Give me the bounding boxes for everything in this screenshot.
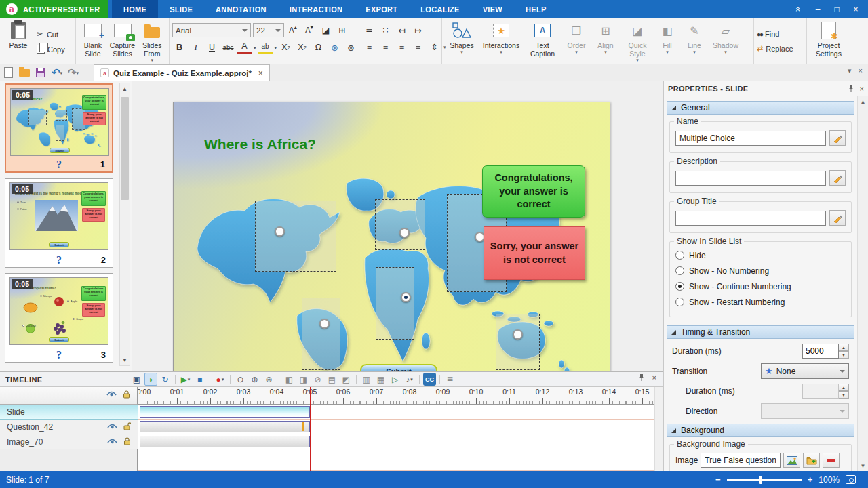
increase-indent-icon[interactable]: ↦: [411, 23, 425, 37]
play-icon[interactable]: ▶▾: [179, 373, 192, 386]
track-question-42[interactable]: Question_42: [0, 420, 138, 434]
align-right-icon[interactable]: ≡: [395, 40, 409, 54]
align-left-icon[interactable]: ≡: [362, 40, 376, 54]
group-title-input[interactable]: [675, 211, 826, 226]
decrease-indent-icon[interactable]: ↤: [395, 23, 409, 37]
pin-icon[interactable]: [638, 373, 645, 382]
zoom-out-icon[interactable]: ⊖: [234, 373, 247, 386]
subscript-button[interactable]: X2: [279, 41, 293, 54]
split-icon[interactable]: ◨: [297, 373, 310, 386]
zoom-in-button[interactable]: +: [808, 474, 813, 485]
section-timing-transition[interactable]: Timing & Transition: [667, 325, 854, 339]
radio-icon[interactable]: [675, 298, 684, 306]
pin-icon[interactable]: [848, 85, 854, 93]
highlight-button[interactable]: ab: [258, 41, 273, 54]
slide-thumbnail-3[interactable]: 0:05 Which are tropical fruits? Mango Ap…: [5, 273, 113, 363]
scroll-up-icon[interactable]: ▲: [120, 84, 130, 94]
insert-time-icon[interactable]: ◧: [283, 373, 296, 386]
menu-item-slide[interactable]: SLIDE: [158, 0, 204, 18]
slide-timebar[interactable]: [140, 406, 310, 418]
visibility-eye-icon[interactable]: [107, 438, 117, 445]
question-timebar[interactable]: [140, 421, 310, 432]
spin-up-icon[interactable]: ▲: [839, 344, 849, 351]
scroll-up-icon[interactable]: ▲: [859, 97, 867, 106]
radio-option[interactable]: Hide: [675, 247, 846, 263]
open-icon[interactable]: [16, 65, 33, 80]
project-settings-button[interactable]: ✱ Project Settings: [810, 20, 848, 62]
transition-select[interactable]: ★ None: [761, 363, 849, 379]
replace-button[interactable]: ⇄ Replace: [757, 44, 793, 53]
spin-down-icon[interactable]: ▼: [839, 351, 849, 359]
cut-button[interactable]: ✂ Cut: [37, 29, 65, 39]
properties-scrollbar[interactable]: ▲ ▼: [857, 96, 868, 471]
capture-slides-button[interactable]: Capture Slides: [108, 20, 137, 62]
superscript-button[interactable]: X2: [295, 41, 309, 54]
italic-button[interactable]: I: [189, 41, 203, 54]
fill-button[interactable]: ◧ Fill ▾: [655, 20, 679, 62]
hyperlink-icon[interactable]: ⊛: [328, 41, 342, 54]
line-spacing-icon[interactable]: ⇕: [427, 40, 441, 54]
font-color-button[interactable]: A: [237, 41, 252, 54]
bold-button[interactable]: B: [172, 41, 186, 54]
radio-north-america[interactable]: [275, 226, 285, 237]
panel-close-icon[interactable]: ×: [652, 373, 656, 382]
shrink-font-button[interactable]: A▼: [302, 24, 317, 37]
interactions-button[interactable]: ★ Interactions ▾: [480, 20, 522, 62]
slide-thumbnail-1[interactable]: 0:05 Where is Africa? Congratulations, y…: [5, 83, 113, 173]
snap-mode-icon[interactable]: ◗: [144, 373, 157, 386]
panel-close-icon[interactable]: ×: [860, 85, 864, 93]
eraser-icon[interactable]: ◪: [319, 24, 333, 37]
bullet-list-icon[interactable]: ∷: [378, 23, 393, 37]
remove-frames-icon[interactable]: ▦: [374, 373, 387, 386]
table-format-icon[interactable]: ⊞: [335, 24, 349, 37]
tab-close-icon[interactable]: ×: [258, 68, 263, 78]
scroll-down-icon[interactable]: ▼: [859, 461, 867, 470]
hotspot-europe[interactable]: [375, 199, 425, 250]
strikethrough-button[interactable]: abc: [221, 41, 235, 54]
chevron-down-icon[interactable]: ▾: [254, 46, 256, 49]
edit-name-button[interactable]: [829, 130, 846, 146]
description-input[interactable]: [675, 171, 826, 186]
radio-icon[interactable]: [675, 282, 684, 291]
line-button[interactable]: ✎ Line ▾: [681, 20, 708, 62]
menu-item-export[interactable]: EXPORT: [354, 0, 409, 18]
new-document-icon[interactable]: [0, 65, 16, 80]
section-background[interactable]: Background: [667, 424, 854, 437]
lock-icon[interactable]: [123, 437, 131, 446]
collapse-ribbon-icon[interactable]: «: [791, 2, 807, 17]
image-timebar[interactable]: [140, 436, 310, 447]
radio-europe[interactable]: [399, 228, 410, 238]
visibility-eye-icon[interactable]: [107, 423, 117, 430]
zoom-slider-thumb[interactable]: [760, 476, 762, 484]
duration-input[interactable]: [802, 344, 839, 359]
radio-option[interactable]: Show - No Numbering: [675, 263, 846, 279]
correct-feedback[interactable]: Congratulations, your answer is correct: [482, 165, 585, 218]
dock-close-icon[interactable]: ×: [859, 66, 863, 75]
radio-australia[interactable]: [513, 329, 523, 340]
undo-icon[interactable]: ↶▾: [49, 65, 65, 80]
track-slide[interactable]: Slide: [0, 405, 138, 420]
name-input[interactable]: [675, 131, 826, 146]
insert-frames-icon[interactable]: ▥: [360, 373, 373, 386]
radio-icon[interactable]: [675, 266, 684, 275]
menu-item-view[interactable]: VIEW: [471, 0, 514, 18]
hotspot-north-america[interactable]: [255, 201, 336, 272]
underline-button[interactable]: U: [205, 41, 219, 54]
timeline-scrollbar[interactable]: [654, 387, 663, 471]
hotspot-africa[interactable]: [376, 267, 414, 340]
incorrect-feedback[interactable]: Sorry, your answer is not correct: [484, 226, 585, 280]
radio-option[interactable]: Show - Continue Numbering: [675, 279, 846, 294]
radio-icon[interactable]: [675, 251, 684, 260]
order-button[interactable]: ❐ Order ▾: [563, 20, 590, 62]
align-center-icon[interactable]: ≡: [378, 40, 393, 54]
shapes-button[interactable]: Shapes ▾: [445, 20, 479, 62]
radio-africa[interactable]: [401, 292, 411, 302]
slides-from-button[interactable]: Slides From ▾: [138, 20, 166, 62]
edit-group-title-button[interactable]: [829, 210, 846, 226]
quick-style-button[interactable]: ◪ Quick Style ▾: [621, 20, 654, 62]
align-button[interactable]: ⊞ Align ▾: [591, 20, 620, 62]
symbol-button[interactable]: Ω: [311, 41, 326, 54]
numbered-list-icon[interactable]: ≣: [362, 23, 376, 37]
menu-item-help[interactable]: HELP: [514, 0, 558, 18]
web-object-icon[interactable]: ⊛: [344, 41, 358, 54]
